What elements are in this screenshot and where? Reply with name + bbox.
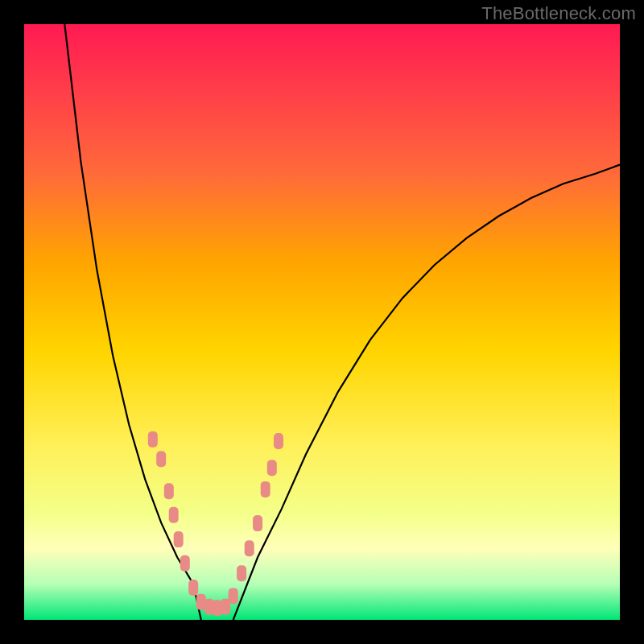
plot-area — [24, 24, 620, 620]
data-marker — [253, 515, 262, 531]
data-marker — [261, 481, 270, 497]
data-marker — [274, 433, 283, 449]
data-marker — [180, 555, 190, 572]
data-marker — [174, 531, 184, 547]
data-marker — [188, 580, 198, 596]
curve-left-falling-curve — [64, 24, 201, 620]
data-marker — [196, 594, 206, 610]
chart-root: TheBottleneck.com — [0, 0, 644, 644]
watermark-text: TheBottleneck.com — [481, 3, 636, 24]
data-marker — [148, 431, 158, 448]
data-marker — [164, 483, 174, 499]
data-marker — [229, 588, 238, 604]
curve-layer — [24, 24, 620, 620]
data-marker — [237, 565, 246, 581]
data-marker — [169, 507, 179, 523]
data-marker — [213, 600, 222, 616]
marker-group — [148, 431, 283, 616]
data-marker — [245, 540, 254, 556]
curve-right-rising-curve — [233, 165, 620, 620]
curve-group — [64, 24, 620, 620]
data-marker — [156, 451, 166, 467]
data-marker — [267, 460, 277, 476]
